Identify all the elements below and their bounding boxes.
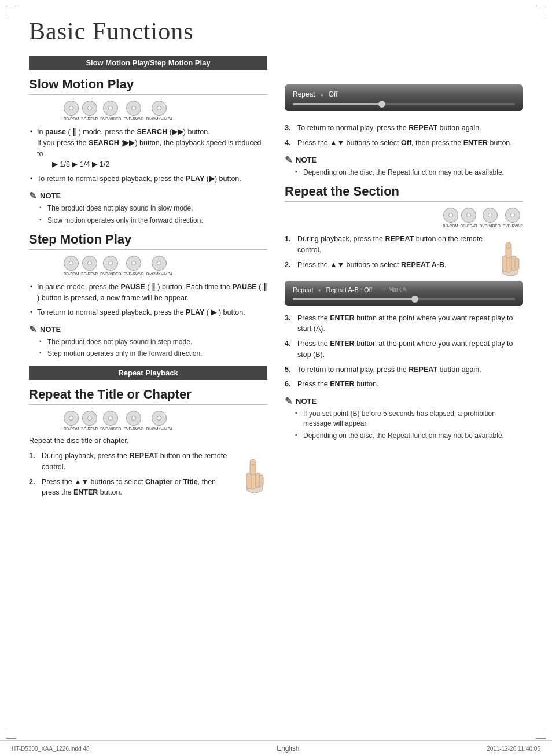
- step-text: Press the ENTER button at the point wher…: [297, 313, 523, 335]
- step-item: 4. Press the ▲▼ buttons to select Off, t…: [285, 138, 523, 149]
- svg-rect-11: [515, 258, 519, 270]
- repeat-title-steps: 1. During playback, press the REPEAT but…: [29, 451, 231, 502]
- step-number: 2.: [285, 260, 294, 271]
- disc-divx-3: DivX/MKV/MP4: [146, 411, 172, 431]
- screen-arrow: ⬥: [320, 91, 324, 98]
- disc-circle: [64, 411, 79, 426]
- slow-motion-note-list: The product does not play sound in slow …: [29, 204, 267, 226]
- disc-circle: [82, 411, 97, 426]
- step-number: 2.: [29, 477, 38, 499]
- screen-arrow-2: ⬥: [318, 286, 321, 293]
- disc-circle: [152, 101, 167, 116]
- progress-fill: [293, 103, 382, 105]
- repeat-section-steps: 1. During playback, press the REPEAT but…: [285, 234, 487, 274]
- note-title: ✎ NOTE: [285, 396, 523, 407]
- bullet-item: In pause mode, press the PAUSE ( ‖ ) but…: [29, 282, 267, 304]
- step-number: 3.: [285, 123, 294, 134]
- step-item: 1. During playback, press the REPEAT but…: [285, 234, 487, 256]
- svg-rect-2: [246, 473, 251, 489]
- step-item: 1. During playback, press the REPEAT but…: [29, 451, 231, 473]
- step-number: 1.: [285, 234, 294, 256]
- disc-circle: [461, 208, 476, 223]
- disc-label: DVD-VIDEO: [100, 117, 121, 121]
- disc-circle: [103, 411, 118, 426]
- disc-bd-rom-4: BD-ROM: [443, 208, 458, 228]
- corner-mark-tr: [536, 6, 546, 16]
- step-number: 4.: [285, 138, 294, 149]
- main-content: Slow Motion Play/Step Motion Play Slow M…: [29, 56, 523, 508]
- note-title: ✎ NOTE: [29, 190, 267, 201]
- disc-label: DVD-VIDEO: [100, 272, 121, 276]
- repeat-section-steps-1-2: 1. During playback, press the REPEAT but…: [285, 234, 523, 280]
- note-list-item: Step motion operates only in the forward…: [39, 349, 267, 359]
- step-number: 3.: [285, 313, 294, 335]
- page: Basic Functions Slow Motion Play/Step Mo…: [0, 0, 552, 756]
- step-item: 5. To return to normal play, press the R…: [285, 364, 523, 375]
- step-text: To return to normal play, press the REPE…: [297, 364, 481, 375]
- slow-step-header: Slow Motion Play/Step Motion Play: [29, 56, 267, 70]
- svg-rect-4: [259, 475, 263, 486]
- repeat-desc: Repeat the disc title or chapter.: [29, 437, 267, 445]
- note-list-item: Slow motion operates only in the forward…: [39, 216, 267, 226]
- slow-motion-disc-icons: BD-ROM BD-RE/-R DVD-VIDEO DVD-RW/-R DivX…: [64, 101, 267, 121]
- disc-divx-2: DivX/MKV/MP4: [146, 256, 172, 276]
- disc-circle: [152, 256, 167, 271]
- disc-dvd-rw-r-1: DVD-RW/-R: [123, 101, 143, 121]
- disc-circle: [505, 208, 520, 223]
- right-note-1: ✎ NOTE Depending on the disc, the Repeat…: [285, 154, 523, 178]
- right-steps: 3. To return to normal play, press the R…: [285, 123, 523, 149]
- note-label: NOTE: [40, 191, 61, 200]
- progress-bar: [293, 103, 515, 105]
- repeat-playback-header: Repeat Playback: [29, 366, 267, 380]
- disc-circle: [64, 101, 79, 116]
- disc-label: BD-ROM: [443, 224, 458, 228]
- slow-motion-bullets: In pause ( ‖ ) mode, press the SEARCH (▶…: [29, 127, 267, 185]
- step-motion-disc-icons: BD-ROM BD-RE/-R DVD-VIDEO DVD-RW/-R DivX…: [64, 256, 267, 276]
- corner-mark-bl: [6, 728, 16, 739]
- step-motion-bullets: In pause mode, press the PAUSE ( ‖ ) but…: [29, 282, 267, 318]
- repeat-section-note: ✎ NOTE If you set point (B) before 5 sec…: [285, 396, 523, 440]
- note-title: ✎ NOTE: [285, 154, 523, 165]
- note-icon: ✎: [285, 154, 292, 165]
- note-label: NOTE: [296, 397, 317, 405]
- repeat-section-note-list: If you set point (B) before 5 seconds ha…: [285, 409, 523, 440]
- disc-label: DVD-RW/-R: [123, 427, 143, 431]
- note-icon: ✎: [285, 396, 292, 407]
- disc-dvd-rw-r-3: DVD-RW/-R: [123, 411, 143, 431]
- disc-label: DVD-VIDEO: [100, 427, 121, 431]
- footer-right: 2011-12-26 11:40:05: [487, 746, 540, 752]
- note-title: ✎ NOTE: [29, 324, 267, 335]
- disc-label: BD-RE/-R: [461, 224, 477, 228]
- step-number: 5.: [285, 364, 294, 375]
- corner-mark-tl: [6, 6, 16, 16]
- disc-label: BD-RE/-R: [81, 427, 98, 431]
- disc-circle: [126, 411, 141, 426]
- hand-cursor-icon: [238, 456, 267, 494]
- repeat-screen-2: Repeat ⬥ Repeat A-B : Off ☞ Mark A: [285, 281, 523, 306]
- note-list-item: Depending on the disc, the Repeat functi…: [295, 431, 523, 441]
- disc-bd-re-r-2: BD-RE/-R: [81, 256, 98, 276]
- disc-label: DVD-RW/-R: [123, 117, 143, 121]
- disc-bd-re-r-4: BD-RE/-R: [461, 208, 477, 228]
- disc-bd-re-r-1: BD-RE/-R: [81, 101, 98, 121]
- disc-circle: [103, 256, 118, 271]
- step-text: During playback, press the REPEAT button…: [297, 234, 487, 256]
- step-text: Press the ▲▼ buttons to select Chapter o…: [42, 477, 231, 499]
- step-motion-title: Step Motion Play: [29, 232, 267, 250]
- step-text: To return to normal play, press the REPE…: [297, 123, 481, 134]
- repeat-section-disc-icons: BD-ROM BD-RE/-R DVD-VIDEO DVD-RW/-R: [285, 208, 523, 228]
- progress-bar-2: [293, 298, 515, 300]
- footer: HT-D5300_XAA_1226.indd 48 English 2011-1…: [0, 740, 552, 756]
- disc-label: BD-ROM: [64, 272, 79, 276]
- note-label: NOTE: [296, 156, 317, 164]
- step-number: 6.: [285, 379, 294, 390]
- step-item: 2. Press the ▲▼ buttons to select Chapte…: [29, 477, 231, 499]
- screen-row: Repeat ⬥ Off: [293, 90, 515, 98]
- repeat-title-section: Repeat the Title or Chapter: [29, 387, 267, 405]
- note-list-item: If you set point (B) before 5 seconds ha…: [295, 409, 523, 429]
- disc-label: DivX/MKV/MP4: [146, 117, 172, 121]
- right-note-list-1: Depending on the disc, the Repeat functi…: [285, 168, 523, 178]
- disc-label: DVD-RW/-R: [503, 224, 523, 228]
- repeat-section-steps-3-6: 3. Press the ENTER button at the point w…: [285, 313, 523, 390]
- repeat-section-title: Repeat the Section: [285, 184, 523, 202]
